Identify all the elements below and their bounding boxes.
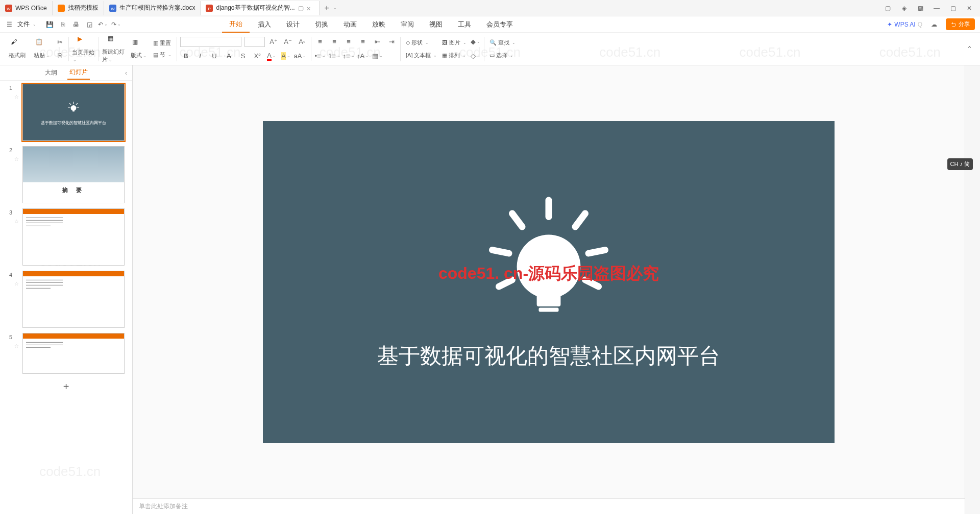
- svg-line-15: [512, 213, 523, 227]
- tab-docer[interactable]: 找稻壳模板: [53, 1, 104, 15]
- close-button[interactable]: ✕: [965, 4, 974, 13]
- outline-tab[interactable]: 大纲: [43, 66, 59, 79]
- save-icon[interactable]: 💾: [45, 20, 54, 29]
- change-case-icon[interactable]: aA⌄: [295, 51, 306, 62]
- tab-animation[interactable]: 动画: [336, 17, 364, 32]
- svg-rect-23: [539, 308, 559, 312]
- user-icon[interactable]: ▩: [916, 4, 925, 13]
- star-icon[interactable]: ☆: [14, 333, 20, 349]
- thumb-row: 5 ☆ ▬▬▬▬▬▬▬▬▬▬▬▬▬▬▬▬▬▬▬▬▬▬▬▬▬▬▬▬▬▬▬▬▬▬▬▬…: [5, 333, 127, 374]
- from-beginning-button[interactable]: ▶ 当页开始⌄: [72, 35, 95, 62]
- tab-slideshow[interactable]: 放映: [365, 17, 393, 32]
- align-menu-icon[interactable]: ▦⌄: [372, 51, 383, 62]
- paste-button[interactable]: 📋 粘贴⌄: [30, 38, 53, 59]
- canvas-area: code51. cn-源码乐园盗图必究 基于数据可视化的智慧社区内网平台 单击此…: [133, 65, 965, 514]
- slide-thumbnail-4[interactable]: ▬▬▬▬▬▬▬▬▬▬▬▬▬▬▬▬▬▬▬▬▬▬▬▬▬▬▬▬▬▬▬▬▬▬▬▬▬▬▬▬…: [22, 271, 125, 328]
- app-icon[interactable]: ▢: [883, 4, 892, 13]
- cloud-icon[interactable]: ☁: [929, 20, 939, 29]
- star-icon[interactable]: ☆: [14, 208, 20, 224]
- align-left-icon[interactable]: ≡: [314, 36, 326, 47]
- maximize-button[interactable]: ▢: [948, 4, 958, 13]
- cut-icon[interactable]: ✂: [54, 37, 65, 48]
- star-icon[interactable]: ☆: [14, 84, 20, 100]
- slide-thumbnail-5[interactable]: ▬▬▬▬▬▬▬▬▬▬▬▬▬▬▬▬▬▬▬▬▬▬▬▬▬▬▬▬▬▬▬▬▬▬▬▬▬▬▬▬…: [22, 333, 125, 374]
- strikethrough-icon[interactable]: S: [237, 51, 249, 62]
- find-button[interactable]: 🔍 查找⌄: [487, 38, 518, 47]
- superscript-icon[interactable]: X²: [252, 51, 263, 62]
- new-slide-button[interactable]: ▦ 新建幻灯片⌄: [102, 35, 126, 63]
- minimize-button[interactable]: —: [932, 4, 941, 13]
- file-menu[interactable]: 文件⌄: [13, 18, 40, 31]
- star-icon[interactable]: ☆: [14, 146, 20, 162]
- picture-button[interactable]: 🖼 图片⌄: [440, 38, 469, 47]
- align-justify-icon[interactable]: ≡: [357, 36, 369, 47]
- font-family-input[interactable]: [180, 37, 241, 47]
- cube-icon[interactable]: ◈: [899, 4, 909, 13]
- underline-icon[interactable]: U: [209, 51, 220, 62]
- numbering-icon[interactable]: 1≡⌄: [329, 51, 340, 62]
- preview-icon[interactable]: ◲: [85, 20, 93, 29]
- wps-ai-button[interactable]: ✦WPS AIQ: [887, 21, 922, 28]
- tab-docx[interactable]: W 生产印模图片替换方案.docx: [104, 1, 201, 15]
- add-slide-button[interactable]: +: [5, 379, 127, 395]
- line-spacing-icon[interactable]: ↕≡⌄: [343, 51, 354, 62]
- shape-button[interactable]: ◇ 形状⌄: [404, 38, 439, 47]
- decrease-font-icon[interactable]: A⁻: [282, 36, 293, 47]
- undo-icon[interactable]: ↶⌄: [99, 20, 107, 29]
- strike-icon[interactable]: A̶: [223, 51, 234, 62]
- tab-transition[interactable]: 切换: [308, 17, 335, 32]
- svg-line-11: [76, 103, 77, 104]
- indent-dec-icon[interactable]: ⇤: [372, 36, 383, 47]
- bold-icon[interactable]: B: [180, 51, 191, 62]
- slides-tab[interactable]: 幻灯片: [67, 66, 90, 80]
- slide-thumbnail-1[interactable]: 基于数据可视化的智慧社区内网平台: [22, 84, 125, 141]
- tab-tools[interactable]: 工具: [451, 17, 478, 32]
- new-tab-button[interactable]: +⌄: [320, 1, 342, 15]
- highlight-icon[interactable]: A⌄: [280, 51, 291, 62]
- select-button[interactable]: ▭ 选择⌄: [487, 51, 518, 60]
- redo-icon[interactable]: ↷⌄: [112, 20, 120, 29]
- align-right-icon[interactable]: ≡: [343, 36, 354, 47]
- increase-font-icon[interactable]: A⁺: [268, 36, 279, 47]
- menu-icon[interactable]: ☰: [5, 20, 13, 29]
- quick-access-toolbar: 💾 ⎘ 🖶 ◲ ↶⌄ ↷⌄: [45, 20, 120, 29]
- slide-thumbnail-3[interactable]: ▬▬▬▬▬▬▬▬▬▬▬▬▬▬▬▬▬▬▬▬▬▬▬▬▬▬▬▬▬▬▬▬▬▬▬▬▬▬▬▬…: [22, 208, 125, 266]
- ime-indicator: CH ♪ 简: [947, 158, 973, 170]
- print-quick-icon[interactable]: ⎘: [59, 20, 67, 29]
- reset-button[interactable]: ▥ 重置: [151, 38, 174, 48]
- collapse-panel-icon[interactable]: ‹: [125, 69, 127, 77]
- font-size-input[interactable]: [244, 37, 265, 47]
- main-slide[interactable]: code51. cn-源码乐园盗图必究 基于数据可视化的智慧社区内网平台: [263, 121, 835, 443]
- shape-fill-icon[interactable]: ◆⌄: [470, 36, 481, 47]
- shape-outline-icon[interactable]: ◇⌄: [470, 51, 481, 62]
- tab-ppt-active[interactable]: P django基于数据可视化的智... ▢ ×: [201, 1, 319, 15]
- text-direction-icon[interactable]: ↕A⌄: [357, 51, 369, 62]
- italic-icon[interactable]: I: [194, 51, 206, 62]
- indent-inc-icon[interactable]: ⇥: [386, 36, 397, 47]
- clear-format-icon[interactable]: A◦: [297, 36, 308, 47]
- collapse-ribbon-icon[interactable]: ⌃: [964, 43, 975, 55]
- tab-view[interactable]: 视图: [422, 17, 450, 32]
- font-color-icon[interactable]: A⌄: [266, 51, 277, 62]
- format-painter-button[interactable]: 🖌 格式刷: [5, 38, 29, 59]
- bullets-icon[interactable]: •≡⌄: [314, 51, 326, 62]
- titlebar: W WPS Office 找稻壳模板 W 生产印模图片替换方案.docx P d…: [0, 0, 980, 16]
- textbox-button[interactable]: [A] 文本框⌄: [404, 51, 439, 60]
- print-icon[interactable]: 🖶: [72, 20, 80, 29]
- copy-icon[interactable]: ⎘: [54, 50, 65, 61]
- align-center-icon[interactable]: ≡: [329, 36, 340, 47]
- tab-start[interactable]: 开始: [222, 16, 250, 33]
- notes-pane[interactable]: 单击此处添加备注: [133, 498, 965, 514]
- tab-design[interactable]: 设计: [279, 17, 307, 32]
- star-icon[interactable]: ☆: [14, 271, 20, 287]
- tab-vip[interactable]: 会员专享: [479, 17, 520, 32]
- tab-review[interactable]: 审阅: [394, 17, 421, 32]
- share-button[interactable]: ⮌分享: [946, 18, 975, 30]
- arrange-button[interactable]: ▦ 排列⌄: [440, 51, 469, 60]
- slide-thumbnail-2[interactable]: 摘 要: [22, 146, 125, 203]
- tab-insert[interactable]: 插入: [251, 17, 278, 32]
- layout-button[interactable]: ▥ 版式⌄: [127, 38, 150, 59]
- tab-wps-office[interactable]: W WPS Office: [0, 1, 53, 15]
- section-button[interactable]: ▤ 节⌄: [151, 50, 174, 60]
- close-icon[interactable]: ×: [307, 5, 314, 12]
